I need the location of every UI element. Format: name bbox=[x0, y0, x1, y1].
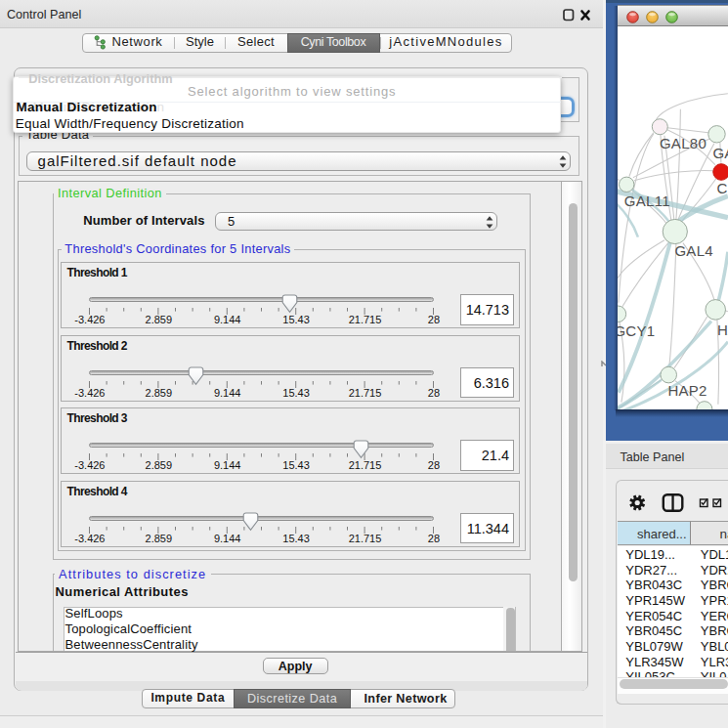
svg-text:GAL11: GAL11 bbox=[624, 193, 670, 209]
svg-text:GAL4: GAL4 bbox=[674, 242, 713, 259]
svg-text:GAL80: GAL80 bbox=[660, 135, 707, 151]
svg-text:GCY1: GCY1 bbox=[618, 322, 655, 339]
svg-text:HAP2: HAP2 bbox=[667, 382, 707, 399]
svg-text:HA: HA bbox=[717, 321, 728, 338]
svg-text:C: C bbox=[716, 180, 727, 196]
svg-text:GA: GA bbox=[712, 145, 727, 161]
